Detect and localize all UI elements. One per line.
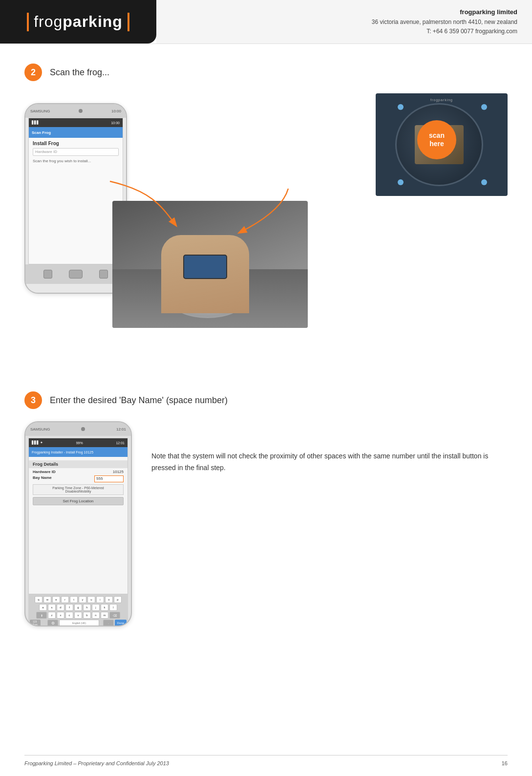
- phone2-time: 12:01: [116, 427, 126, 431]
- step-2-images: SAMSUNG 10:00 ▋▋▋ 10:00 Scan Frog: [24, 93, 508, 362]
- phone-content: Install Frog Hardware ID Scan the frog y…: [29, 138, 123, 166]
- phone2-keyboard: q w e r t y u i o p a s d: [28, 594, 128, 626]
- app-bar-label: Scan Frog: [32, 130, 51, 135]
- p2-parking-info: Parking Time Zone - P60-MeteredDisabled/…: [33, 484, 124, 495]
- p2-hardware-row: Hardware ID 10125: [33, 470, 124, 474]
- scan-here-text: scanhere: [429, 131, 445, 148]
- kb-a[interactable]: a: [39, 604, 47, 611]
- kb-e[interactable]: e: [52, 596, 60, 603]
- p2-status-bar: ▋▋▋ ✦ 99% 12:01: [29, 438, 128, 447]
- step-3-content: SAMSUNG 12:01 ▋▋▋ ✦ 99% 12:01 Frogparkin…: [24, 421, 508, 626]
- kb-k[interactable]: k: [101, 604, 108, 611]
- p2-bay-input[interactable]: 555: [94, 475, 124, 482]
- hand-scan-wrap: [112, 201, 308, 328]
- kb-m[interactable]: m: [101, 612, 108, 619]
- p2-hardware-label: Hardware ID: [33, 470, 56, 474]
- kb-r[interactable]: r: [61, 596, 69, 603]
- phone-back-btn: [43, 270, 52, 279]
- company-name: frogparking limited: [460, 7, 517, 18]
- phone-status-bar: ▋▋▋ 10:00: [29, 118, 123, 127]
- step-3-note: Note that the system will not check the …: [151, 421, 508, 474]
- kb-i[interactable]: i: [96, 596, 104, 603]
- kb-b[interactable]: b: [83, 612, 91, 619]
- p2-set-location-btn[interactable]: Set Frog Location: [33, 497, 124, 505]
- note-paragraph: Note that the system will not check the …: [151, 451, 508, 474]
- company-phone: T: +64 6 359 0077 frogparking.com: [426, 27, 517, 36]
- frog-bolt-tr: [481, 104, 487, 110]
- kb-period[interactable]: .: [103, 620, 114, 626]
- kb-j[interactable]: j: [92, 604, 100, 611]
- frog-bolt-tl: [398, 104, 404, 110]
- kb-done-key[interactable]: Done: [115, 620, 127, 626]
- kb-u[interactable]: u: [87, 596, 95, 603]
- kb-w[interactable]: w: [43, 596, 51, 603]
- phone-screen: ▋▋▋ 10:00 Scan Frog Install Frog Hardwar…: [28, 118, 123, 264]
- phone2-camera: [81, 427, 85, 431]
- footer-left-text: Frogparking Limited – Proprietary and Co…: [24, 760, 169, 766]
- logo-bar-right: [128, 13, 129, 31]
- kb-h[interactable]: h: [83, 604, 91, 611]
- kb-s[interactable]: s: [48, 604, 56, 611]
- kb-g[interactable]: g: [74, 604, 82, 611]
- install-frog-label: Install Frog: [33, 141, 119, 146]
- phone-camera: [79, 109, 83, 113]
- kb-shift[interactable]: ⬆: [36, 612, 47, 619]
- phone-bottom-nav: [25, 264, 126, 284]
- kb-row-bottom: 123Sym ⚙ English (UK) . Done: [30, 620, 127, 626]
- kb-settings[interactable]: ⚙: [47, 620, 58, 626]
- phone-mockup-wrap: SAMSUNG 10:00 ▋▋▋ 10:00 Scan Frog: [24, 98, 127, 294]
- p2-parking-zone: Parking Time Zone - P60-MeteredDisabled/…: [52, 486, 104, 493]
- kb-f[interactable]: f: [65, 604, 73, 611]
- step-2-title: Scan the frog...: [50, 67, 109, 78]
- page-footer: Frogparking Limited – Proprietary and Co…: [24, 755, 508, 766]
- p2-app-title: Frogparking Installer - Install Frog 101…: [32, 451, 93, 454]
- p2-signal: ▋▋▋ ✦: [32, 441, 43, 445]
- kb-p[interactable]: p: [114, 596, 122, 603]
- logo-parking: parking: [63, 13, 123, 30]
- kb-x[interactable]: x: [57, 612, 64, 619]
- phone-top-bar: SAMSUNG 10:00: [25, 104, 126, 118]
- kb-row-1: q w e r t y u i o p: [30, 596, 127, 603]
- phone2-brand: SAMSUNG: [30, 427, 50, 431]
- phone-menu-btn: [99, 270, 108, 279]
- kb-row-3: ⬆ z x c v b n m ⌫: [30, 612, 127, 619]
- kb-delete[interactable]: ⌫: [109, 612, 120, 619]
- phone-screen-glow: [184, 256, 226, 278]
- kb-row-2: a s d f g h j k l: [30, 604, 127, 611]
- kb-space-key[interactable]: English (UK): [59, 620, 99, 626]
- kb-t[interactable]: t: [70, 596, 78, 603]
- footer-page-number: 16: [502, 760, 508, 766]
- kb-symbols-key[interactable]: 123Sym: [30, 620, 41, 626]
- kb-spacer2: [100, 620, 102, 626]
- phone-mockup-2: SAMSUNG 12:01 ▋▋▋ ✦ 99% 12:01 Frogparkin…: [24, 421, 132, 626]
- p2-battery: 99%: [76, 441, 83, 445]
- phone-in-hand: [183, 255, 227, 279]
- step-2-badge: 2: [24, 64, 42, 81]
- kb-c[interactable]: c: [65, 612, 73, 619]
- kb-n[interactable]: n: [92, 612, 100, 619]
- frog-closeup-wrap: scanhere frogparking: [366, 93, 508, 196]
- frog-bolt-bl: [398, 179, 404, 185]
- status-time: 10:00: [111, 121, 120, 125]
- p2-time-label: 12:01: [116, 441, 125, 445]
- p2-hardware-value: 10125: [113, 470, 124, 474]
- kb-v[interactable]: v: [74, 612, 82, 619]
- kb-q[interactable]: q: [35, 596, 43, 603]
- main-content: 2 Scan the frog... SAMSUNG 10:00 ▋▋▋ 10:…: [0, 44, 532, 656]
- p2-app-bar: Frogparking Installer - Install Frog 101…: [29, 447, 128, 457]
- kb-y[interactable]: y: [79, 596, 86, 603]
- logo-area: frogparking: [0, 0, 156, 43]
- step-3-header: 3 Enter the desired 'Bay Name' (space nu…: [24, 391, 508, 409]
- kb-o[interactable]: o: [105, 596, 113, 603]
- kb-d[interactable]: d: [57, 604, 64, 611]
- p2-frog-details-header: Frog Details: [29, 460, 128, 468]
- header-info: frogparking limited 36 victoria avenue, …: [156, 0, 532, 43]
- scan-hint-text: Scan the frog you wish to install...: [33, 159, 119, 163]
- kb-l[interactable]: l: [109, 604, 117, 611]
- phone-app-bar: Scan Frog: [29, 127, 123, 138]
- signal-icon: ▋▋▋: [32, 121, 39, 125]
- phone-time: 10:00: [111, 109, 121, 113]
- kb-z[interactable]: z: [48, 612, 56, 619]
- phone2-screen: ▋▋▋ ✦ 99% 12:01 Frogparking Installer - …: [28, 438, 128, 594]
- step-3-title: Enter the desired 'Bay Name' (space numb…: [50, 395, 228, 406]
